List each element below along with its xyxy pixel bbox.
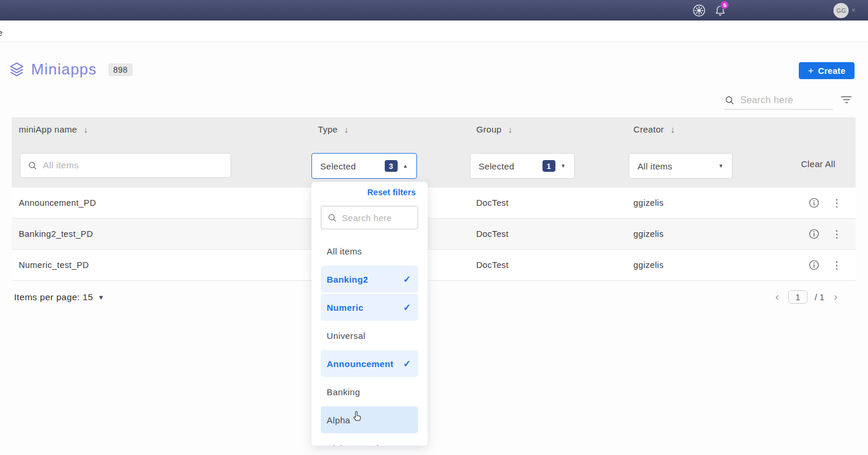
option-label: Announcement: [327, 359, 403, 369]
column-label: miniApp name: [19, 124, 77, 134]
sub-header-strip: e: [0, 21, 868, 42]
column-label: Group: [476, 124, 501, 134]
column-header-creator[interactable]: Creator ↓: [633, 124, 675, 134]
info-icon[interactable]: [808, 228, 820, 240]
column-label: Creator: [633, 124, 664, 134]
group-filter-select[interactable]: Selected 1 ▼: [470, 153, 575, 179]
group-cell: DocTest: [476, 229, 508, 239]
search-icon: [28, 161, 38, 171]
dropdown-option-all-items[interactable]: All items ✓: [321, 237, 418, 264]
plus-icon: +: [808, 66, 813, 76]
creator-cell: ggizelis: [633, 198, 664, 208]
avatar[interactable]: GG: [833, 3, 849, 18]
chevron-down-icon: ▼: [718, 163, 724, 169]
global-search-input[interactable]: [740, 95, 828, 106]
search-icon: [724, 95, 735, 106]
name-filter-input[interactable]: [43, 160, 219, 171]
miniapp-name-cell: Announcement_PD: [19, 198, 96, 208]
column-header-type[interactable]: Type ↓: [318, 124, 349, 134]
dropdown-option-universal[interactable]: Universal ✓: [321, 322, 418, 349]
dropdown-option-banking[interactable]: Banking ✓: [321, 378, 418, 405]
check-icon: ✓: [403, 274, 411, 285]
dropdown-option-numeric[interactable]: Numeric ✓: [321, 294, 418, 321]
brightness-icon: [692, 4, 706, 18]
group-cell: DocTest: [476, 198, 508, 208]
dropdown-option-announcement[interactable]: Announcement ✓: [321, 350, 418, 377]
dropdown-option-alphanumeric[interactable]: Alphanumeric ✓: [321, 434, 418, 446]
column-header-miniapp-name[interactable]: miniApp name ↓: [19, 124, 88, 134]
info-icon[interactable]: [808, 197, 820, 209]
column-header-group[interactable]: Group ↓: [476, 124, 513, 134]
sort-down-icon: ↓: [670, 124, 675, 134]
miniapp-name-cell: Banking2_test_PD: [19, 229, 93, 239]
miniapps-table: miniApp name ↓ Type ↓ Group ↓ Creator ↓ …: [12, 117, 856, 281]
dropdown-search-input[interactable]: [342, 213, 409, 223]
dropdown-options-list: All items ✓ Banking2 ✓ Numeric ✓ Univers…: [321, 237, 418, 446]
top-navigation-bar: 5 GG ▾: [0, 0, 868, 21]
current-page-box[interactable]: 1: [788, 290, 808, 304]
page-title-row: Miniapps 898: [8, 60, 133, 79]
table-row[interactable]: Numeric_test_PD DocTest ggizelis ⋮: [12, 250, 856, 281]
filter-toggle-icon[interactable]: [840, 94, 852, 105]
option-label: Numeric: [327, 303, 403, 313]
sort-down-icon: ↓: [83, 124, 88, 134]
sort-down-icon: ↓: [508, 124, 513, 134]
notification-count-badge: 5: [720, 1, 729, 9]
sort-down-icon: ↓: [344, 124, 349, 134]
table-header-band: miniApp name ↓ Type ↓ Group ↓ Creator ↓ …: [12, 117, 856, 188]
row-menu-kebab-icon[interactable]: ⋮: [832, 260, 840, 270]
name-filter-search: [20, 153, 231, 178]
create-button[interactable]: + Create: [799, 62, 855, 79]
info-icon[interactable]: [808, 259, 820, 271]
option-label: Banking: [327, 387, 411, 397]
items-per-page-control[interactable]: Items per page: 15 ▼: [14, 292, 104, 303]
option-label: Banking2: [327, 274, 403, 284]
create-button-label: Create: [818, 66, 846, 76]
miniapp-name-cell: Numeric_test_PD: [19, 260, 89, 270]
table-row[interactable]: Banking2_test_PD DocTest ggizelis ⋮: [12, 219, 856, 250]
clipped-breadcrumb-text: e: [0, 28, 2, 38]
reset-filters-link[interactable]: Reset filters: [367, 188, 416, 197]
total-pages-label: / 1: [815, 292, 825, 302]
type-filter-select[interactable]: Selected 3 ▲: [311, 153, 417, 179]
dropdown-option-alpha[interactable]: Alpha ✓: [321, 406, 418, 433]
layers-icon: [8, 61, 25, 78]
column-label: Type: [318, 124, 338, 134]
row-menu-kebab-icon[interactable]: ⋮: [832, 198, 840, 208]
group-selected-count-badge: 1: [542, 160, 555, 172]
option-label: Alphanumeric: [327, 443, 411, 446]
chevron-down-icon: ▼: [98, 294, 104, 301]
type-selected-count-badge: 3: [385, 160, 398, 172]
type-filter-label: Selected: [320, 161, 356, 171]
total-count-badge: 898: [108, 63, 133, 76]
option-label: Alpha: [327, 415, 411, 425]
theme-settings-button[interactable]: [689, 1, 709, 21]
creator-cell: ggizelis: [633, 260, 664, 270]
group-cell: DocTest: [476, 260, 508, 270]
check-icon: ✓: [403, 302, 411, 313]
page-title: Miniapps: [31, 60, 97, 79]
option-label: Universal: [327, 331, 411, 341]
option-label: All items: [327, 246, 411, 256]
dropdown-option-banking2[interactable]: Banking2 ✓: [321, 266, 418, 293]
pagination: ‹ 1 / 1 ›: [773, 290, 840, 304]
next-page-button[interactable]: ›: [832, 291, 840, 303]
group-filter-label: Selected: [479, 161, 514, 171]
creator-filter-select[interactable]: All items ▼: [629, 153, 733, 179]
type-filter-dropdown-panel: Reset filters All items ✓ Banking2 ✓ Num…: [311, 182, 428, 446]
creator-filter-label: All items: [638, 161, 672, 171]
previous-page-button[interactable]: ‹: [773, 291, 781, 303]
clear-all-button[interactable]: Clear All: [777, 159, 859, 169]
search-icon: [327, 213, 337, 223]
global-search: [724, 91, 833, 110]
items-per-page-label: Items per page: 15: [14, 292, 93, 303]
chevron-up-icon: ▲: [403, 163, 408, 169]
dropdown-search: [321, 206, 418, 229]
avatar-chevron-down-icon[interactable]: ▾: [852, 6, 855, 14]
creator-cell: ggizelis: [633, 229, 664, 239]
chevron-down-icon: ▼: [561, 163, 566, 169]
notifications-button[interactable]: 5: [710, 1, 730, 21]
check-icon: ✓: [403, 358, 411, 369]
table-row[interactable]: Announcement_PD DocTest ggizelis ⋮: [12, 188, 856, 219]
row-menu-kebab-icon[interactable]: ⋮: [832, 229, 840, 239]
